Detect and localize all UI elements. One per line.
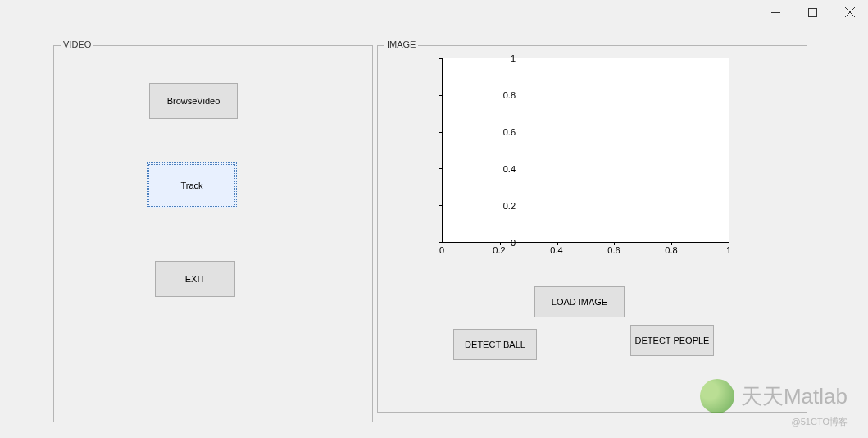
exit-button[interactable]: EXIT — [155, 261, 235, 297]
y-tick-label: 1 — [511, 53, 516, 63]
maximize-button[interactable] — [794, 0, 831, 25]
image-panel-label: IMAGE — [384, 39, 418, 49]
close-button[interactable] — [831, 0, 868, 25]
y-tick-label: 0.2 — [503, 201, 516, 211]
track-button[interactable]: Track — [147, 162, 237, 208]
x-tick-label: 0 — [439, 245, 444, 255]
browse-video-button[interactable]: BrowseVideo — [149, 83, 238, 119]
y-tick-label: 0.8 — [503, 90, 516, 100]
window-titlebar — [0, 0, 868, 25]
y-tick-label: 0.6 — [503, 127, 516, 137]
load-image-button[interactable]: LOAD IMAGE — [534, 286, 625, 317]
detect-people-button[interactable]: DETECT PEOPLE — [630, 325, 714, 356]
main-content: VIDEO BrowseVideo Track EXIT IMAGE 1 0.8… — [53, 45, 843, 430]
x-tick-label: 0.4 — [550, 245, 562, 255]
axes-plot — [442, 58, 729, 243]
x-tick-label: 0.8 — [665, 245, 677, 255]
video-panel-label: VIDEO — [61, 39, 93, 49]
x-tick-label: 0.6 — [607, 245, 620, 255]
image-panel: IMAGE 1 0.8 0.6 0.4 0.2 0 0 0.2 0.4 0.6 … — [377, 45, 807, 413]
minimize-button[interactable] — [757, 0, 794, 25]
detect-ball-button[interactable]: DETECT BALL — [453, 329, 537, 360]
video-panel: VIDEO BrowseVideo Track EXIT — [53, 45, 373, 422]
x-tick-label: 0.2 — [493, 245, 505, 255]
svg-rect-1 — [809, 8, 817, 16]
y-tick-label: 0.4 — [503, 164, 516, 174]
x-tick-label: 1 — [726, 245, 731, 255]
y-tick-label: 0 — [511, 238, 516, 248]
